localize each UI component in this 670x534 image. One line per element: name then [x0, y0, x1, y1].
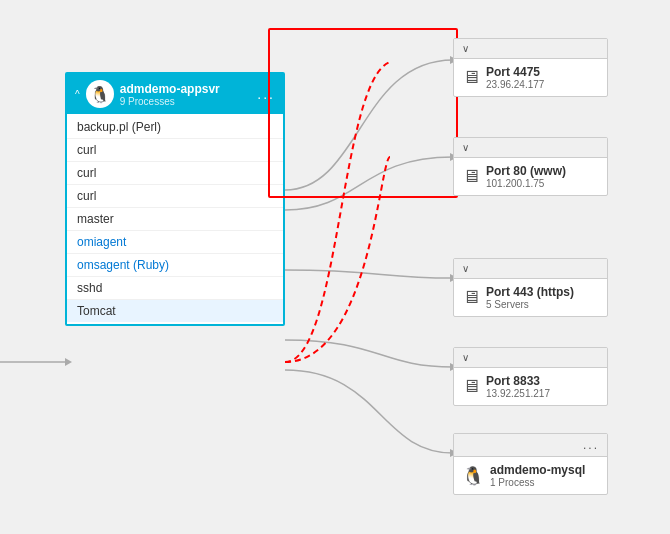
red-highlight-box	[268, 28, 458, 198]
port-8833-name: Port 8833	[486, 374, 550, 388]
port-collapse-icon[interactable]: ∨	[462, 263, 469, 274]
port-icon: 🖥	[462, 287, 480, 308]
svg-marker-1	[65, 358, 72, 366]
admdemo-mysql-content: 🐧 admdemo-mysql 1 Process	[454, 457, 607, 494]
port-443-node[interactable]: ∨ 🖥 Port 443 (https) 5 Servers	[453, 258, 608, 317]
port-8833-ip: 13.92.251.217	[486, 388, 550, 399]
process-item-omsagent[interactable]: omsagent (Ruby)	[67, 254, 283, 277]
port-8833-content: 🖥 Port 8833 13.92.251.217	[454, 368, 607, 405]
process-item[interactable]: master	[67, 208, 283, 231]
port-icon: 🖥	[462, 67, 480, 88]
more-icon[interactable]: ...	[257, 86, 275, 102]
collapse-icon[interactable]: ^	[75, 89, 80, 100]
port-443-name: Port 443 (https)	[486, 285, 574, 299]
main-server-header: ^ 🐧 admdemo-appsvr 9 Processes ...	[67, 74, 283, 114]
port-8833-header: ∨	[454, 348, 607, 368]
port-collapse-icon[interactable]: ∨	[462, 142, 469, 153]
port-80-header: ∨	[454, 138, 607, 158]
process-list: backup.pl (Perl) curl curl curl master o…	[67, 114, 283, 324]
port-80-name: Port 80 (www)	[486, 164, 566, 178]
port-collapse-icon[interactable]: ∨	[462, 43, 469, 54]
port-collapse-icon[interactable]: ∨	[462, 352, 469, 363]
port-80-content: 🖥 Port 80 (www) 101.200.1.75	[454, 158, 607, 195]
process-item[interactable]: curl	[67, 185, 283, 208]
port-4475-content: 🖥 Port 4475 23.96.24.177	[454, 59, 607, 96]
process-item-omiagent[interactable]: omiagent	[67, 231, 283, 254]
admdemo-mysql-node[interactable]: ... 🐧 admdemo-mysql 1 Process	[453, 433, 608, 495]
port-8833-node[interactable]: ∨ 🖥 Port 8833 13.92.251.217	[453, 347, 608, 406]
port-icon: 🖥	[462, 376, 480, 397]
port-icon: 🖥	[462, 166, 480, 187]
port-80-node[interactable]: ∨ 🖥 Port 80 (www) 101.200.1.75	[453, 137, 608, 196]
port-80-ip: 101.200.1.75	[486, 178, 566, 189]
port-4475-header: ∨	[454, 39, 607, 59]
port-4475-ip: 23.96.24.177	[486, 79, 544, 90]
linux-icon: 🐧	[462, 465, 484, 487]
port-4475-node[interactable]: ∨ 🖥 Port 4475 23.96.24.177	[453, 38, 608, 97]
process-item[interactable]: backup.pl (Perl)	[67, 116, 283, 139]
port-443-ip: 5 Servers	[486, 299, 574, 310]
process-item[interactable]: curl	[67, 139, 283, 162]
port-443-content: 🖥 Port 443 (https) 5 Servers	[454, 279, 607, 316]
admdemo-mysql-name: admdemo-mysql	[490, 463, 585, 477]
admdemo-mysql-processes: 1 Process	[490, 477, 585, 488]
port-443-header: ∨	[454, 259, 607, 279]
linux-icon: 🐧	[86, 80, 114, 108]
process-item[interactable]: curl	[67, 162, 283, 185]
admdemo-mysql-header: ...	[454, 434, 607, 457]
more-icon[interactable]: ...	[583, 438, 599, 452]
port-4475-name: Port 4475	[486, 65, 544, 79]
process-item-sshd[interactable]: sshd	[67, 277, 283, 300]
process-item-tomcat[interactable]: Tomcat	[67, 300, 283, 322]
server-name: admdemo-appsvr	[120, 82, 220, 96]
main-server-node[interactable]: ^ 🐧 admdemo-appsvr 9 Processes ... backu…	[65, 72, 285, 326]
server-processes: 9 Processes	[120, 96, 220, 107]
